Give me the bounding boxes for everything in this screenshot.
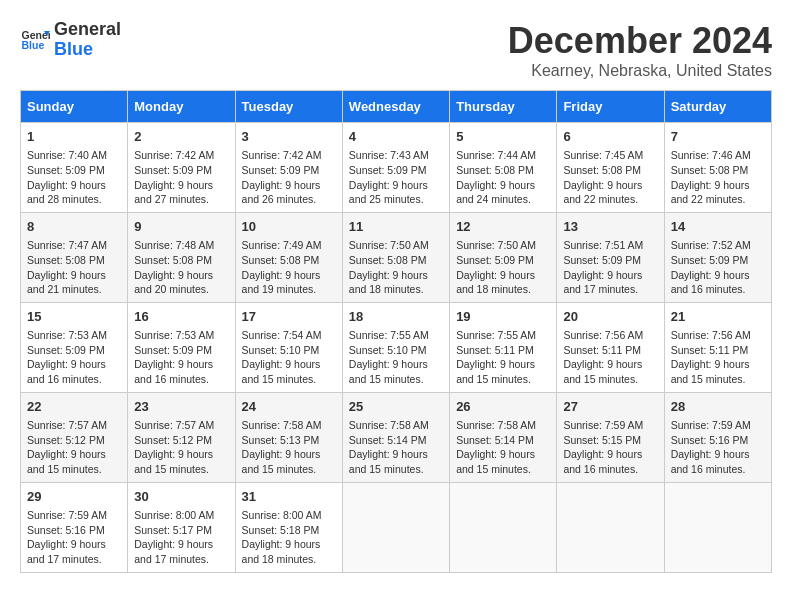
day-number: 22 (27, 398, 121, 416)
calendar-cell: 18 Sunrise: 7:55 AM Sunset: 5:10 PM Dayl… (342, 302, 449, 392)
calendar-cell: 28 Sunrise: 7:59 AM Sunset: 5:16 PM Dayl… (664, 392, 771, 482)
sunset-text: Sunset: 5:11 PM (671, 344, 749, 356)
day-number: 30 (134, 488, 228, 506)
daylight-text: Daylight: 9 hours and 16 minutes. (27, 358, 106, 385)
day-header-monday: Monday (128, 91, 235, 123)
sunset-text: Sunset: 5:09 PM (349, 164, 427, 176)
daylight-text: Daylight: 9 hours and 17 minutes. (134, 538, 213, 565)
day-number: 24 (242, 398, 336, 416)
day-number: 13 (563, 218, 657, 236)
day-number: 6 (563, 128, 657, 146)
daylight-text: Daylight: 9 hours and 16 minutes. (671, 269, 750, 296)
daylight-text: Daylight: 9 hours and 25 minutes. (349, 179, 428, 206)
sunset-text: Sunset: 5:08 PM (456, 164, 534, 176)
daylight-text: Daylight: 9 hours and 15 minutes. (349, 448, 428, 475)
logo: General Blue General Blue (20, 20, 121, 60)
logo-line1: General (54, 20, 121, 40)
sunrise-text: Sunrise: 7:50 AM (456, 239, 536, 251)
sunrise-text: Sunrise: 7:42 AM (134, 149, 214, 161)
sunset-text: Sunset: 5:09 PM (671, 254, 749, 266)
daylight-text: Daylight: 9 hours and 22 minutes. (563, 179, 642, 206)
calendar-cell: 30 Sunrise: 8:00 AM Sunset: 5:17 PM Dayl… (128, 482, 235, 572)
sunrise-text: Sunrise: 7:42 AM (242, 149, 322, 161)
day-number: 10 (242, 218, 336, 236)
daylight-text: Daylight: 9 hours and 15 minutes. (349, 358, 428, 385)
calendar-cell: 4 Sunrise: 7:43 AM Sunset: 5:09 PM Dayli… (342, 123, 449, 213)
sunrise-text: Sunrise: 7:51 AM (563, 239, 643, 251)
day-number: 12 (456, 218, 550, 236)
calendar-week-3: 15 Sunrise: 7:53 AM Sunset: 5:09 PM Dayl… (21, 302, 772, 392)
sunset-text: Sunset: 5:08 PM (27, 254, 105, 266)
calendar-cell: 29 Sunrise: 7:59 AM Sunset: 5:16 PM Dayl… (21, 482, 128, 572)
logo-icon: General Blue (20, 25, 50, 55)
calendar-week-4: 22 Sunrise: 7:57 AM Sunset: 5:12 PM Dayl… (21, 392, 772, 482)
logo-line2: Blue (54, 40, 121, 60)
calendar-cell: 22 Sunrise: 7:57 AM Sunset: 5:12 PM Dayl… (21, 392, 128, 482)
sunrise-text: Sunrise: 7:58 AM (349, 419, 429, 431)
sunset-text: Sunset: 5:09 PM (242, 164, 320, 176)
calendar-cell: 10 Sunrise: 7:49 AM Sunset: 5:08 PM Dayl… (235, 212, 342, 302)
day-number: 21 (671, 308, 765, 326)
day-header-saturday: Saturday (664, 91, 771, 123)
sunset-text: Sunset: 5:09 PM (134, 344, 212, 356)
sunrise-text: Sunrise: 7:44 AM (456, 149, 536, 161)
day-number: 29 (27, 488, 121, 506)
calendar-cell (450, 482, 557, 572)
location-title: Kearney, Nebraska, United States (508, 62, 772, 80)
sunrise-text: Sunrise: 7:54 AM (242, 329, 322, 341)
day-number: 3 (242, 128, 336, 146)
daylight-text: Daylight: 9 hours and 15 minutes. (563, 358, 642, 385)
day-number: 2 (134, 128, 228, 146)
sunrise-text: Sunrise: 7:49 AM (242, 239, 322, 251)
day-number: 23 (134, 398, 228, 416)
day-number: 16 (134, 308, 228, 326)
calendar-cell: 8 Sunrise: 7:47 AM Sunset: 5:08 PM Dayli… (21, 212, 128, 302)
calendar-header-row: SundayMondayTuesdayWednesdayThursdayFrid… (21, 91, 772, 123)
calendar-week-5: 29 Sunrise: 7:59 AM Sunset: 5:16 PM Dayl… (21, 482, 772, 572)
calendar-cell (664, 482, 771, 572)
month-title: December 2024 (508, 20, 772, 62)
calendar-cell: 16 Sunrise: 7:53 AM Sunset: 5:09 PM Dayl… (128, 302, 235, 392)
sunrise-text: Sunrise: 7:59 AM (671, 419, 751, 431)
sunset-text: Sunset: 5:09 PM (456, 254, 534, 266)
sunrise-text: Sunrise: 7:55 AM (349, 329, 429, 341)
sunset-text: Sunset: 5:10 PM (349, 344, 427, 356)
sunrise-text: Sunrise: 7:56 AM (563, 329, 643, 341)
sunset-text: Sunset: 5:09 PM (563, 254, 641, 266)
sunset-text: Sunset: 5:18 PM (242, 524, 320, 536)
daylight-text: Daylight: 9 hours and 15 minutes. (242, 358, 321, 385)
daylight-text: Daylight: 9 hours and 16 minutes. (134, 358, 213, 385)
sunrise-text: Sunrise: 7:57 AM (134, 419, 214, 431)
sunset-text: Sunset: 5:16 PM (27, 524, 105, 536)
sunset-text: Sunset: 5:12 PM (27, 434, 105, 446)
calendar-table: SundayMondayTuesdayWednesdayThursdayFrid… (20, 90, 772, 573)
daylight-text: Daylight: 9 hours and 27 minutes. (134, 179, 213, 206)
calendar-cell (342, 482, 449, 572)
day-number: 20 (563, 308, 657, 326)
daylight-text: Daylight: 9 hours and 22 minutes. (671, 179, 750, 206)
calendar-cell: 19 Sunrise: 7:55 AM Sunset: 5:11 PM Dayl… (450, 302, 557, 392)
sunset-text: Sunset: 5:12 PM (134, 434, 212, 446)
daylight-text: Daylight: 9 hours and 15 minutes. (27, 448, 106, 475)
calendar-cell: 3 Sunrise: 7:42 AM Sunset: 5:09 PM Dayli… (235, 123, 342, 213)
calendar-cell: 21 Sunrise: 7:56 AM Sunset: 5:11 PM Dayl… (664, 302, 771, 392)
daylight-text: Daylight: 9 hours and 17 minutes. (27, 538, 106, 565)
day-number: 28 (671, 398, 765, 416)
sunrise-text: Sunrise: 7:45 AM (563, 149, 643, 161)
calendar-cell: 31 Sunrise: 8:00 AM Sunset: 5:18 PM Dayl… (235, 482, 342, 572)
sunset-text: Sunset: 5:15 PM (563, 434, 641, 446)
day-number: 18 (349, 308, 443, 326)
calendar-body: 1 Sunrise: 7:40 AM Sunset: 5:09 PM Dayli… (21, 123, 772, 573)
day-header-thursday: Thursday (450, 91, 557, 123)
calendar-cell: 23 Sunrise: 7:57 AM Sunset: 5:12 PM Dayl… (128, 392, 235, 482)
sunset-text: Sunset: 5:14 PM (456, 434, 534, 446)
day-number: 26 (456, 398, 550, 416)
daylight-text: Daylight: 9 hours and 24 minutes. (456, 179, 535, 206)
sunrise-text: Sunrise: 7:48 AM (134, 239, 214, 251)
day-number: 8 (27, 218, 121, 236)
day-number: 4 (349, 128, 443, 146)
calendar-cell: 20 Sunrise: 7:56 AM Sunset: 5:11 PM Dayl… (557, 302, 664, 392)
daylight-text: Daylight: 9 hours and 15 minutes. (134, 448, 213, 475)
sunrise-text: Sunrise: 7:58 AM (456, 419, 536, 431)
day-number: 5 (456, 128, 550, 146)
